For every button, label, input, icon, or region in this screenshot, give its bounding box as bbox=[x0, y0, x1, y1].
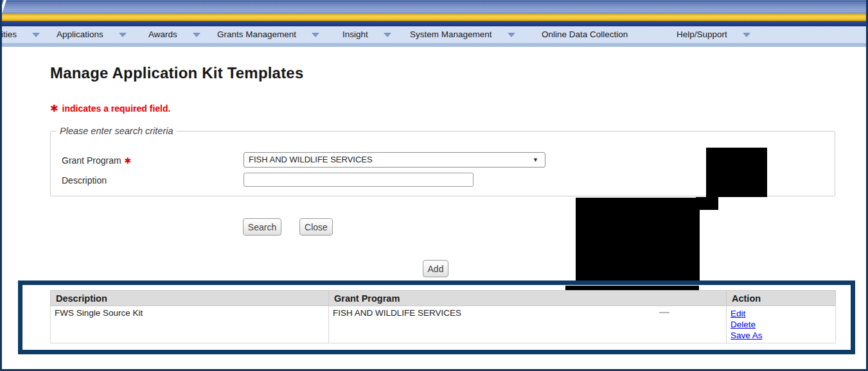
dropdown-arrow-icon[interactable] bbox=[508, 33, 515, 37]
grant-program-label-text: Grant Program bbox=[62, 155, 121, 166]
search-button[interactable]: Search bbox=[243, 218, 281, 236]
kit-templates-table: Description Grant Program Action FWS Sin… bbox=[50, 290, 836, 343]
menu-item-label: Help/Support bbox=[677, 26, 727, 43]
redaction-box bbox=[565, 286, 699, 290]
top-banner bbox=[0, 0, 868, 13]
dropdown-arrow-icon[interactable] bbox=[384, 33, 391, 37]
table-row: FWS Single Source Kit FISH AND WILDLIFE … bbox=[51, 306, 836, 343]
save-as-link[interactable]: Save As bbox=[731, 330, 835, 341]
menu-item-insight[interactable]: Insight bbox=[342, 26, 391, 43]
navy-divider-bar bbox=[0, 21, 868, 26]
menu-item-online-data-collection[interactable]: Online Data Collection bbox=[542, 26, 628, 43]
select-dropdown-arrow-icon[interactable]: ▼ bbox=[533, 157, 538, 163]
menu-item-label: Insight bbox=[342, 26, 368, 43]
grant-program-select[interactable]: FISH AND WILDLIFE SERVICES ▼ bbox=[244, 152, 545, 168]
header-action: Action bbox=[727, 291, 836, 306]
menu-item-applications[interactable]: Applications bbox=[57, 26, 127, 43]
menu-item-label: System Management bbox=[410, 26, 492, 43]
add-button[interactable]: Add bbox=[423, 260, 448, 277]
menu-bar-bottom-edge bbox=[0, 43, 868, 47]
menu-item-label: Grants Management bbox=[217, 26, 296, 43]
close-button[interactable]: Close bbox=[299, 218, 333, 236]
menu-item-activities[interactable]: ities bbox=[1, 26, 40, 43]
cell-action: Edit Delete Save As bbox=[727, 306, 836, 343]
edit-link[interactable]: Edit bbox=[731, 308, 835, 319]
menu-item-help-support[interactable]: Help/Support bbox=[677, 26, 750, 43]
page-title: Manage Application Kit Templates bbox=[50, 64, 303, 82]
required-note-text: indicates a required field. bbox=[62, 103, 171, 114]
dropdown-arrow-icon[interactable] bbox=[193, 33, 200, 37]
search-criteria-legend: Please enter search criteria bbox=[57, 126, 177, 136]
application-window: ities Applications Awards Grants Managem… bbox=[0, 0, 868, 371]
grant-program-label: Grant Program✱ bbox=[62, 155, 132, 166]
main-menu-bar: ities Applications Awards Grants Managem… bbox=[0, 26, 868, 43]
dropdown-arrow-icon[interactable] bbox=[743, 33, 750, 37]
description-label: Description bbox=[62, 175, 107, 186]
redaction-box bbox=[576, 198, 700, 282]
grant-program-selected-value: FISH AND WILDLIFE SERVICES bbox=[249, 155, 373, 164]
table-header-row: Description Grant Program Action bbox=[51, 291, 836, 306]
page-border bbox=[0, 0, 2, 371]
dropdown-arrow-icon[interactable] bbox=[119, 33, 127, 37]
required-field-note: ✱indicates a required field. bbox=[50, 103, 170, 114]
menu-item-system-management[interactable]: System Management bbox=[410, 26, 515, 43]
dropdown-arrow-icon[interactable] bbox=[312, 33, 319, 37]
menu-item-label: Applications bbox=[57, 26, 103, 43]
required-asterisk: ✱ bbox=[50, 103, 58, 114]
required-asterisk: ✱ bbox=[125, 156, 132, 166]
description-input[interactable] bbox=[244, 173, 474, 187]
delete-link[interactable]: Delete bbox=[731, 319, 835, 330]
gold-divider-bar bbox=[0, 13, 868, 21]
header-grant-program: Grant Program bbox=[329, 291, 727, 306]
menu-item-label: ities bbox=[1, 26, 17, 43]
menu-item-awards[interactable]: Awards bbox=[148, 26, 200, 43]
header-description: Description bbox=[51, 291, 329, 306]
menu-item-grants-management[interactable]: Grants Management bbox=[217, 26, 319, 43]
menu-item-label: Online Data Collection bbox=[542, 26, 628, 43]
faint-dash-artifact bbox=[659, 312, 669, 313]
dropdown-arrow-icon[interactable] bbox=[32, 33, 40, 37]
cell-description: FWS Single Source Kit bbox=[51, 306, 329, 343]
redaction-box bbox=[706, 148, 767, 197]
menu-item-label: Awards bbox=[148, 26, 177, 43]
